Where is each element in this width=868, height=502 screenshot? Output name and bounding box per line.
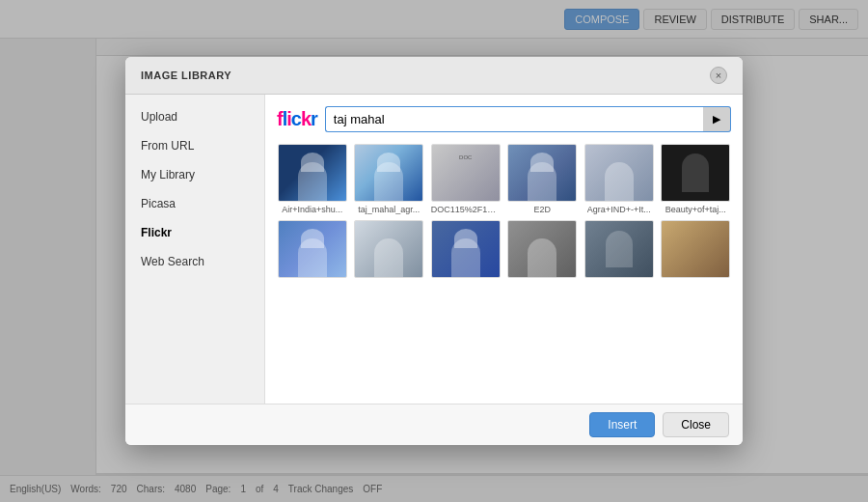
- flickr-logo: flickr: [277, 108, 317, 130]
- sidebar-item-my-library[interactable]: My Library: [125, 160, 264, 189]
- image-thumb-8: [354, 220, 423, 278]
- dialog-header: IMAGE LIBRARY ×: [125, 57, 743, 95]
- dialog-main: flickr ▶ Air+India+shu...: [265, 95, 743, 404]
- image-label-2: taj_mahal_agr...: [358, 205, 420, 214]
- image-thumb-9: [431, 220, 501, 278]
- image-thumb-10: [507, 220, 577, 278]
- close-button[interactable]: Close: [663, 412, 729, 437]
- image-thumb-1: [278, 144, 347, 202]
- sidebar-item-flickr[interactable]: Flickr: [125, 218, 264, 247]
- image-label-5: Agra+IND+-+It...: [587, 205, 651, 214]
- dialog-footer: Insert Close: [125, 404, 743, 445]
- image-thumb-12: [661, 220, 730, 278]
- image-label-3: DOC115%2F1430...: [431, 205, 501, 214]
- image-item-7[interactable]: [277, 220, 348, 281]
- image-item-8[interactable]: [354, 220, 425, 281]
- close-dialog-button[interactable]: ×: [710, 67, 727, 84]
- image-item-1[interactable]: Air+India+shu...: [277, 144, 348, 214]
- image-item-10[interactable]: [507, 220, 579, 281]
- image-label-4: E2D: [533, 205, 551, 214]
- image-grid: Air+India+shu... taj_mahal_agr... DOC DO…: [277, 144, 731, 392]
- search-input-wrapper: ▶: [325, 106, 731, 132]
- image-item-2[interactable]: taj_mahal_agr...: [354, 144, 425, 214]
- insert-button[interactable]: Insert: [589, 412, 655, 437]
- sidebar-item-upload[interactable]: Upload: [125, 102, 264, 131]
- search-input[interactable]: [325, 106, 703, 132]
- image-thumb-7: [278, 220, 347, 278]
- image-library-dialog: IMAGE LIBRARY × Upload From URL My Libra…: [125, 57, 743, 445]
- image-item-6[interactable]: Beauty+of+taj...: [661, 144, 732, 214]
- image-thumb-11: [584, 220, 654, 278]
- search-button[interactable]: ▶: [703, 106, 731, 132]
- modal-overlay: IMAGE LIBRARY × Upload From URL My Libra…: [0, 0, 868, 502]
- sidebar-item-from-url[interactable]: From URL: [125, 131, 264, 160]
- dialog-body: Upload From URL My Library Picasa Flickr…: [125, 95, 743, 404]
- sidebar-item-web-search[interactable]: Web Search: [125, 247, 264, 276]
- image-item-12[interactable]: [661, 220, 732, 281]
- image-label-6: Beauty+of+taj...: [665, 205, 726, 214]
- image-item-4[interactable]: E2D: [507, 144, 579, 214]
- image-item-5[interactable]: Agra+IND+-+It...: [583, 144, 655, 214]
- image-item-9[interactable]: [430, 220, 502, 281]
- image-thumb-2: [354, 144, 423, 202]
- sidebar-item-picasa[interactable]: Picasa: [125, 189, 264, 218]
- image-thumb-3: DOC: [431, 144, 501, 202]
- search-bar: flickr ▶: [277, 106, 731, 132]
- image-label-1: Air+India+shu...: [282, 205, 342, 214]
- image-thumb-5: [584, 144, 654, 202]
- image-thumb-6: [661, 144, 730, 202]
- dialog-title: IMAGE LIBRARY: [141, 70, 231, 81]
- dialog-sidebar: Upload From URL My Library Picasa Flickr…: [125, 95, 265, 404]
- image-item-11[interactable]: [583, 220, 655, 281]
- image-item-3[interactable]: DOC DOC115%2F1430...: [430, 144, 502, 214]
- image-thumb-4: [507, 144, 577, 202]
